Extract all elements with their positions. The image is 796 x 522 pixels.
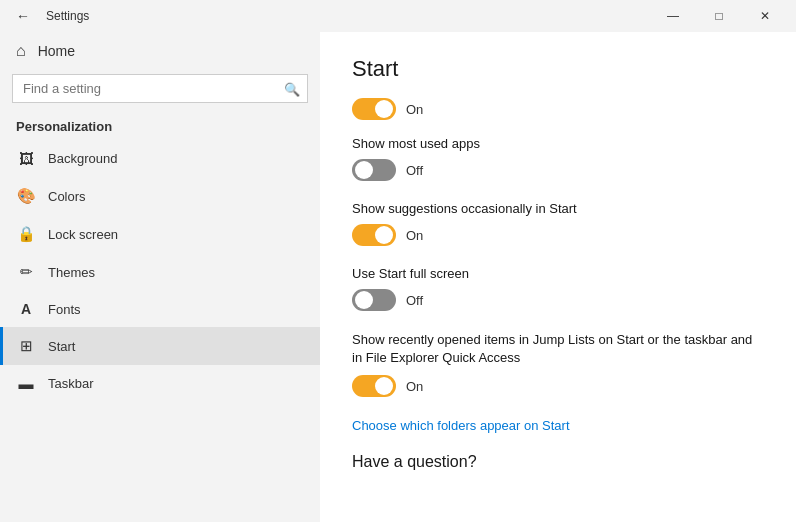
setting-label-most-used: Show most used apps <box>352 136 764 151</box>
toggle-1-knob <box>375 100 393 118</box>
sidebar-item-taskbar[interactable]: ▬ Taskbar <box>0 365 320 402</box>
toggle-suggestions-knob <box>375 226 393 244</box>
main-layout: ⌂ Home 🔍 Personalization 🖼 Background 🎨 … <box>0 32 796 522</box>
close-button[interactable]: ✕ <box>742 0 788 32</box>
lock-icon: 🔒 <box>16 225 36 243</box>
toggle-suggestions-state: On <box>406 228 423 243</box>
setting-most-used: Show most used apps Off <box>352 136 764 181</box>
sidebar-item-label: Background <box>48 151 117 166</box>
sidebar: ⌂ Home 🔍 Personalization 🖼 Background 🎨 … <box>0 32 320 522</box>
sidebar-item-label: Fonts <box>48 302 81 317</box>
themes-icon: ✏ <box>16 263 36 281</box>
sidebar-item-start[interactable]: ⊞ Start <box>0 327 320 365</box>
setting-full-screen: Use Start full screen Off <box>352 266 764 311</box>
toggle-most-used-knob <box>355 161 373 179</box>
sidebar-item-label: Themes <box>48 265 95 280</box>
toggle-recently-opened-knob <box>375 377 393 395</box>
setting-label-suggestions: Show suggestions occasionally in Start <box>352 201 764 216</box>
toggle-full-screen[interactable] <box>352 289 396 311</box>
sidebar-item-label: Colors <box>48 189 86 204</box>
toggle-most-used-state: Off <box>406 163 423 178</box>
sidebar-item-label: Start <box>48 339 75 354</box>
toggle-full-screen-state: Off <box>406 293 423 308</box>
toggle-row-1: On <box>352 98 764 120</box>
sidebar-item-background[interactable]: 🖼 Background <box>0 140 320 177</box>
sidebar-home-label: Home <box>38 43 75 59</box>
toggle-row-most-used: Off <box>352 159 764 181</box>
search-icon: 🔍 <box>284 81 300 96</box>
sidebar-item-fonts[interactable]: A Fonts <box>0 291 320 327</box>
toggle-recently-opened-state: On <box>406 379 423 394</box>
toggle-row-recently-opened: On <box>352 375 764 397</box>
home-icon: ⌂ <box>16 42 26 60</box>
toggle-row-suggestions: On <box>352 224 764 246</box>
content-area: Start On Show most used apps Off Show su… <box>320 32 796 522</box>
toggle-row-full-screen: Off <box>352 289 764 311</box>
toggle-most-used[interactable] <box>352 159 396 181</box>
back-button[interactable]: ← <box>12 4 34 28</box>
title-bar-controls: — □ ✕ <box>650 0 788 32</box>
title-bar-left: ← Settings <box>12 4 89 28</box>
setting-label-recently-opened: Show recently opened items in Jump Lists… <box>352 331 764 367</box>
setting-recently-opened: Show recently opened items in Jump Lists… <box>352 331 764 397</box>
maximize-button[interactable]: □ <box>696 0 742 32</box>
sidebar-item-colors[interactable]: 🎨 Colors <box>0 177 320 215</box>
taskbar-icon: ▬ <box>16 375 36 392</box>
setting-suggestions: Show suggestions occasionally in Start O… <box>352 201 764 246</box>
sidebar-item-label: Lock screen <box>48 227 118 242</box>
search-input[interactable] <box>12 74 308 103</box>
setting-label-full-screen: Use Start full screen <box>352 266 764 281</box>
page-title: Start <box>352 56 764 82</box>
start-icon: ⊞ <box>16 337 36 355</box>
toggle-full-screen-knob <box>355 291 373 309</box>
toggle-1-state: On <box>406 102 423 117</box>
sidebar-item-home[interactable]: ⌂ Home <box>0 32 320 70</box>
colors-icon: 🎨 <box>16 187 36 205</box>
sidebar-section-title: Personalization <box>0 111 320 140</box>
toggle-1[interactable] <box>352 98 396 120</box>
toggle-recently-opened[interactable] <box>352 375 396 397</box>
fonts-icon: A <box>16 301 36 317</box>
sidebar-item-label: Taskbar <box>48 376 94 391</box>
have-question-heading: Have a question? <box>352 453 764 471</box>
sidebar-item-lock-screen[interactable]: 🔒 Lock screen <box>0 215 320 253</box>
toggle-suggestions[interactable] <box>352 224 396 246</box>
sidebar-item-themes[interactable]: ✏ Themes <box>0 253 320 291</box>
search-box: 🔍 <box>12 74 308 103</box>
folders-link[interactable]: Choose which folders appear on Start <box>352 418 570 433</box>
title-bar: ← Settings — □ ✕ <box>0 0 796 32</box>
background-icon: 🖼 <box>16 150 36 167</box>
title-bar-title: Settings <box>46 9 89 23</box>
minimize-button[interactable]: — <box>650 0 696 32</box>
